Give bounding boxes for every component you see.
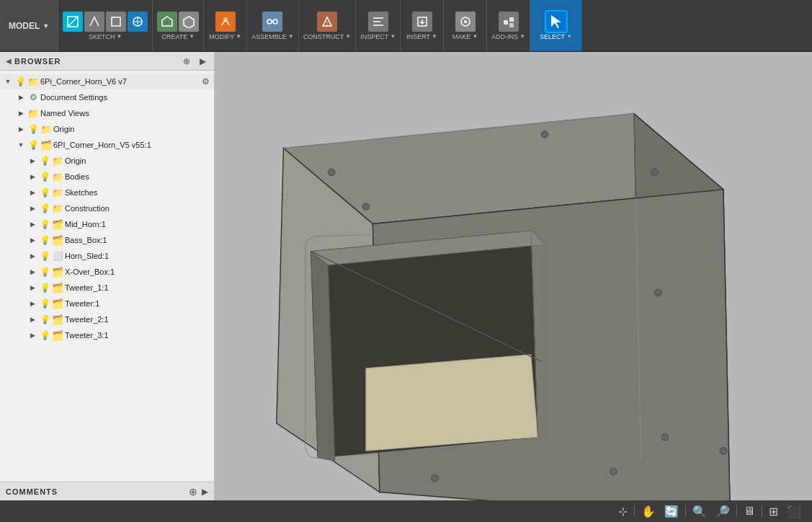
- browser-collapse-icon[interactable]: ◀: [6, 57, 12, 65]
- 3d-viewport[interactable]: [215, 52, 812, 500]
- make-icon: [455, 12, 476, 32]
- svg-line-1: [68, 17, 78, 27]
- pan-icon[interactable]: ✋: [639, 503, 658, 520]
- tree-item-construction[interactable]: ▶ 💡 📁 Construction: [0, 200, 214, 216]
- svg-rect-2: [112, 17, 120, 26]
- construct-icons-row: [317, 12, 337, 32]
- tree-root[interactable]: ▼ 💡 📁 6Pi_Corner_Horn_V6 v7 ⚙: [0, 74, 214, 89]
- modify-group[interactable]: MODIFY ▼: [204, 0, 247, 51]
- construct-group[interactable]: CONSTRUCT ▼: [299, 0, 356, 51]
- expand-origin-top[interactable]: ▶: [16, 124, 26, 134]
- expand-mid-horn[interactable]: ▶: [27, 219, 37, 229]
- add-ins-group[interactable]: ADD-INS ▼: [487, 0, 530, 51]
- item-label-tweeter-2-1: Tweeter_2:1: [65, 315, 211, 324]
- expand-named-views[interactable]: ▶: [16, 108, 26, 118]
- item-label-x-over-box: X-Over_Box:1: [65, 267, 211, 276]
- display-settings-icon[interactable]: 🖥: [741, 503, 757, 519]
- sketch-icons-row: [63, 12, 148, 32]
- bulb-tweeter-1-icon: 💡: [39, 298, 50, 309]
- folder-icon: 📁: [27, 107, 39, 119]
- inspect-label: INSPECT ▼: [360, 33, 396, 40]
- expand-tweeter-2-1[interactable]: ▶: [27, 314, 37, 324]
- folder-bodies-icon: 📁: [52, 171, 63, 182]
- tree-item-named-views[interactable]: ▶ 📁 Named Views: [0, 105, 214, 121]
- folder-construction-icon: 📁: [52, 203, 63, 214]
- component-tweeter-3-1-icon: 🗂️: [52, 329, 63, 341]
- comments-add-icon[interactable]: ⊕: [189, 486, 197, 497]
- expand-bass-box[interactable]: ▶: [27, 235, 37, 245]
- expand-component[interactable]: ▼: [16, 140, 26, 150]
- component-tweeter-1-1-icon: 🗂️: [52, 282, 63, 293]
- folder-origin-icon: 📁: [52, 155, 63, 167]
- create-group[interactable]: CREATE ▼: [153, 0, 204, 51]
- root-expand[interactable]: ▼: [3, 76, 13, 87]
- insert-label: INSERT ▼: [406, 33, 437, 40]
- tree-item-component[interactable]: ▼ 💡 🗂️ 6PI_Corner_Horn_V5 v55:1: [0, 137, 214, 153]
- sketch-group[interactable]: SKETCH ▼: [58, 0, 153, 51]
- expand-tweeter-3-1[interactable]: ▶: [27, 330, 37, 340]
- construct-icon: [317, 12, 337, 32]
- tree-item-tweeter-2-1[interactable]: ▶ 💡 🗂️ Tweeter_2:1: [0, 311, 214, 327]
- inspect-icons-row: [368, 12, 388, 32]
- tree-item-mid-horn[interactable]: ▶ 💡 🗂️ Mid_Horn:1: [0, 216, 214, 232]
- tree-item-bass-box[interactable]: ▶ 💡 🗂️ Bass_Box:1: [0, 232, 214, 248]
- item-label-tweeter-3-1: Tweeter_3:1: [65, 331, 211, 340]
- expand-doc-settings[interactable]: ▶: [16, 92, 26, 102]
- expand-horn-sled[interactable]: ▶: [27, 251, 37, 261]
- tree-item-origin[interactable]: ▶ 💡 📁 Origin: [0, 153, 214, 169]
- insert-group[interactable]: INSERT ▼: [401, 0, 444, 51]
- tree-item-tweeter-1[interactable]: ▶ 💡 🗂️ Tweeter:1: [0, 296, 214, 311]
- select-group[interactable]: SELECT ▼: [530, 0, 582, 51]
- inspect-group[interactable]: INSPECT ▼: [356, 0, 401, 51]
- assemble-group[interactable]: ASSEMBLE ▼: [247, 0, 298, 51]
- modify-icons-row: [215, 12, 236, 32]
- tree-item-doc-settings[interactable]: ▶ ⚙ Document Settings: [0, 89, 214, 105]
- main-area: ◀ BROWSER ⊕ ▶ ▼ 💡 📁 6Pi_Corner_Horn_V6 v…: [0, 52, 812, 500]
- browser-tree: ▼ 💡 📁 6Pi_Corner_Horn_V6 v7 ⚙ ▶ ⚙ Docume…: [0, 71, 214, 482]
- comments-expand-icon[interactable]: ▶: [202, 487, 208, 497]
- tree-item-tweeter-1-1[interactable]: ▶ 💡 🗂️ Tweeter_1:1: [0, 280, 214, 296]
- model-button[interactable]: MODEL ▼: [0, 0, 58, 51]
- assemble-icons-row: [262, 12, 282, 32]
- tree-item-horn-sled[interactable]: ▶ 💡 ⬜ Horn_Sled:1: [0, 248, 214, 264]
- tree-item-x-over-box[interactable]: ▶ 💡 🗂️ X-Over_Box:1: [0, 264, 214, 280]
- zoom-window-icon[interactable]: 🔍: [690, 503, 709, 520]
- expand-bodies[interactable]: ▶: [27, 172, 37, 182]
- tree-item-bodies[interactable]: ▶ 💡 📁 Bodies: [0, 169, 214, 185]
- browser-search-icon[interactable]: ⊕: [181, 56, 192, 67]
- tree-item-sketches[interactable]: ▶ 💡 📁 Sketches: [0, 185, 214, 200]
- item-label-tweeter-1-1: Tweeter_1:1: [65, 283, 211, 292]
- grid-dot-icon[interactable]: ⊹: [616, 503, 630, 520]
- expand-origin[interactable]: ▶: [27, 156, 37, 166]
- folder-sketches-icon: 📁: [52, 187, 63, 198]
- item-label-construction: Construction: [65, 204, 211, 213]
- expand-tweeter-1-1[interactable]: ▶: [27, 283, 37, 293]
- root-settings-icon[interactable]: ⚙: [200, 76, 211, 87]
- svg-marker-22: [551, 15, 561, 28]
- make-group[interactable]: MAKE ▼: [444, 0, 487, 51]
- orbit-icon[interactable]: 🔄: [662, 503, 681, 520]
- inspect-icon-1: [368, 12, 388, 32]
- item-label-origin: Origin: [65, 156, 211, 165]
- bulb-mid-horn-icon: 💡: [39, 218, 50, 230]
- left-panel: ◀ BROWSER ⊕ ▶ ▼ 💡 📁 6Pi_Corner_Horn_V6 v…: [0, 52, 215, 500]
- create-icons-row: [157, 12, 199, 32]
- expand-tweeter-1[interactable]: ▶: [27, 298, 37, 309]
- comments-icons: ⊕ ▶: [189, 486, 208, 497]
- svg-marker-29: [366, 355, 537, 451]
- svg-rect-19: [504, 20, 508, 25]
- bulb-tweeter-1-1-icon: 💡: [39, 282, 50, 293]
- browser-collapse-right-icon[interactable]: ▶: [197, 56, 208, 67]
- model-label: MODEL: [9, 21, 40, 31]
- expand-sketches[interactable]: ▶: [27, 187, 37, 198]
- tree-item-origin-top[interactable]: ▶ 💡 📁 Origin: [0, 121, 214, 137]
- grid-settings-icon[interactable]: ⊞: [767, 503, 780, 520]
- add-ins-icons-row: [499, 12, 519, 32]
- toolbar: MODEL ▼ SKETCH ▼: [0, 0, 812, 52]
- svg-point-36: [651, 169, 659, 176]
- expand-x-over-box[interactable]: ▶: [27, 267, 37, 277]
- expand-construction[interactable]: ▶: [27, 203, 37, 213]
- zoom-fit-icon[interactable]: 🔎: [713, 503, 732, 520]
- tree-item-tweeter-3-1[interactable]: ▶ 💡 🗂️ Tweeter_3:1: [0, 327, 214, 343]
- view-cube-icon[interactable]: ⬛: [785, 503, 803, 520]
